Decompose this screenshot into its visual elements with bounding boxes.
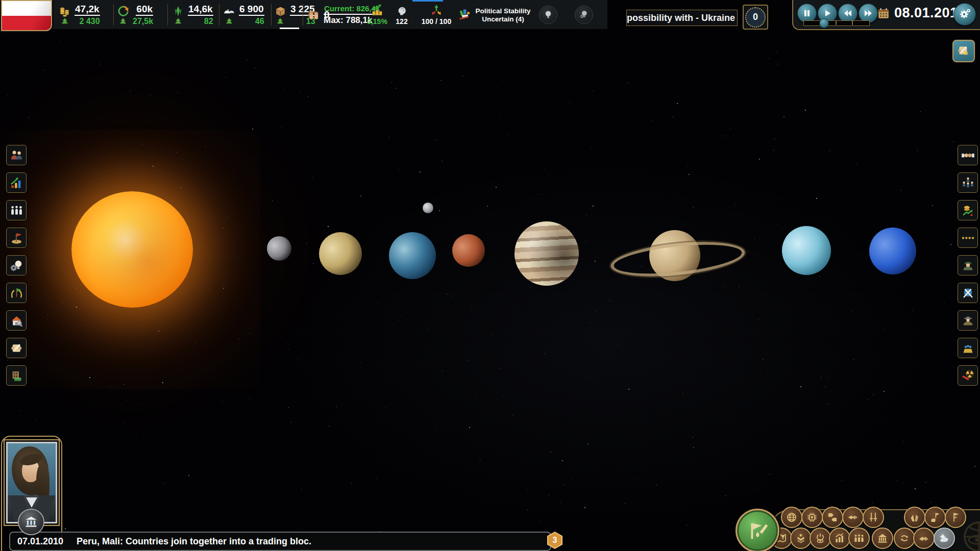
star [499,368,500,368]
star [223,401,223,402]
star [944,303,945,304]
mode-claims-button[interactable] [924,507,946,528]
mode-globe-button[interactable] [781,507,802,528]
hint-bulb-button[interactable] [539,6,557,24]
star [948,251,949,251]
sidebar-prestige-button[interactable] [6,283,27,303]
sidebar-construction-button[interactable] [6,310,27,331]
star [750,205,751,205]
mode-agreements-button[interactable] [842,507,864,528]
star [333,91,333,92]
gold-bars-growth-icon [370,4,384,17]
map-paint-mode-button[interactable] [736,509,779,551]
sidebar-population-button[interactable] [6,200,27,220]
star [288,349,289,349]
settings-button[interactable] [953,3,976,26]
star [19,411,19,411]
star [8,254,9,254]
resource-recycling[interactable]: 60k27,5k [115,0,153,29]
sidebar-economy-button[interactable] [6,172,27,193]
stability-title: Political Stability [475,7,530,15]
mode-weather-button-disabled[interactable] [934,528,955,549]
sidebar-espionage-button[interactable] [958,310,978,331]
mode-surveillance-button[interactable] [810,528,831,549]
mode-nations-button[interactable] [945,507,966,528]
event-counter-badge[interactable]: 0 [743,5,768,30]
star [619,118,619,119]
handshake-icon [847,511,859,523]
star [776,224,777,225]
economy-chart-icon [10,176,23,190]
star [501,169,501,170]
star [876,330,876,330]
objectives-button[interactable] [952,40,975,62]
mode-rank-button[interactable] [790,528,812,549]
star [399,169,399,170]
sidebar-budget-button[interactable] [6,365,27,386]
star [430,117,431,118]
mode-population-button[interactable] [848,528,870,549]
mode-resources-button[interactable] [904,507,925,528]
mode-relations-button[interactable] [913,528,935,549]
event-ticker[interactable]: r possibility with - Ukraine [626,10,738,26]
sidebar-laws-button[interactable] [6,338,27,358]
news-ticker-bar[interactable]: 07.01.2010 Peru, Mali: Countries join to… [9,532,551,551]
action-points-group[interactable]: 100 / 100 [419,0,454,29]
mode-trade-cycle-button[interactable] [894,528,915,549]
star [827,404,828,404]
star [262,353,262,353]
scroll-star-icon [957,44,970,58]
mode-puzzle-button[interactable] [822,507,843,528]
sidebar-congress-button[interactable] [958,338,978,358]
sidebar-research-button[interactable] [6,255,27,276]
star [758,489,758,490]
sidebar-nuclear-button[interactable] [958,365,978,386]
sidebar-market-button[interactable] [958,200,978,220]
stability-group[interactable]: Political Stability Uncertain (4) [456,0,532,29]
speed-slider-knob[interactable] [819,18,829,28]
star [89,406,90,406]
game-speed-slider[interactable] [803,20,870,26]
sidebar-wars-button[interactable] [958,283,978,303]
slider-tick [852,20,853,25]
mode-technology-button[interactable] [801,507,823,528]
government-bank-badge[interactable] [18,509,44,535]
star [389,137,389,138]
sidebar-military-button[interactable] [958,255,978,276]
resource-minerals[interactable]: 6 90046 [222,0,264,29]
star [625,503,625,504]
swords-icon [867,511,879,523]
star [608,509,609,510]
sidebar-more-options-button[interactable] [958,228,978,248]
sidebar-claims-button[interactable] [6,228,27,248]
star [301,489,302,489]
separator [167,4,168,26]
star [528,154,528,154]
sidebar-organizations-button[interactable] [958,172,978,193]
auto-hint-bulb-gear-button[interactable] [575,6,593,24]
research-group[interactable]: 122 [390,0,413,29]
star [884,391,885,392]
mode-wars-button[interactable] [863,507,884,528]
sidebar-diplomacy-button[interactable] [958,145,978,165]
country-flag-poland[interactable] [1,0,52,31]
star [872,503,873,503]
star [656,485,657,485]
star [436,140,437,141]
star [783,116,785,117]
star [328,226,329,227]
sidebar-government-button[interactable] [6,145,27,165]
star [941,420,942,420]
resource-money[interactable]: 47,2k2 430 [57,0,100,29]
star [539,520,540,521]
laws-scroll-icon [10,341,23,355]
star [158,331,159,332]
mode-government-button[interactable] [872,528,893,549]
star [499,114,500,115]
star [65,528,66,529]
mode-statistics-button[interactable] [829,528,850,549]
growth-group[interactable]: 0,15% [363,0,391,29]
star [373,88,374,88]
resource-food[interactable]: 14,6k82 [170,0,213,29]
star [370,209,371,210]
